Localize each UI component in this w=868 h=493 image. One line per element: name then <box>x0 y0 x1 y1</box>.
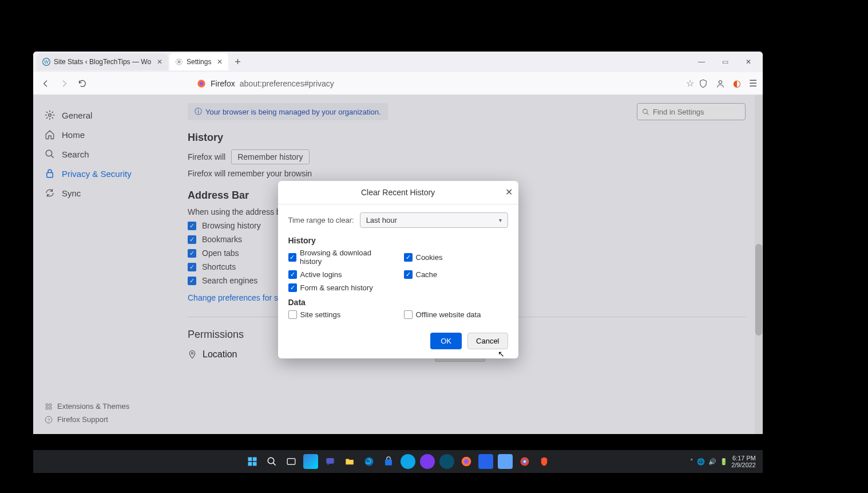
svg-point-2 <box>178 61 180 63</box>
time-range-dropdown[interactable]: Last hour ▾ <box>360 212 508 228</box>
svg-rect-14 <box>252 457 256 462</box>
close-icon[interactable]: ✕ <box>157 58 162 66</box>
checkbox-browsing-download[interactable]: ✓Browsing & download history <box>288 249 393 266</box>
wordpress-icon: W <box>42 58 50 66</box>
svg-rect-13 <box>248 457 252 462</box>
taskbar-chat-icon[interactable] <box>323 454 338 469</box>
tab-site-stats[interactable]: W Site Stats ‹ BlogTechTips — Wo ✕ <box>37 53 168 70</box>
svg-rect-16 <box>252 462 256 466</box>
taskbar-clock[interactable]: 6:17 PM 2/9/2022 <box>731 455 756 468</box>
firefox-icon <box>197 79 206 88</box>
taskbar-widgets-icon[interactable] <box>303 454 318 469</box>
address-bar[interactable]: Firefox about:preferences#privacy <box>94 79 681 88</box>
reload-button[interactable] <box>76 77 89 90</box>
svg-point-4 <box>200 81 204 85</box>
tray-network-icon[interactable]: 🌐 <box>697 458 705 466</box>
svg-point-23 <box>463 459 468 464</box>
svg-point-5 <box>719 80 722 83</box>
close-window-button[interactable]: ✕ <box>742 56 755 68</box>
time-range-label: Time range to clear: <box>288 216 354 224</box>
taskbar-taskview-icon[interactable] <box>284 454 299 469</box>
tray-chevron-icon[interactable]: ˄ <box>690 458 693 466</box>
shield-icon[interactable] <box>699 79 708 88</box>
extension-icon[interactable]: ◐ <box>733 78 741 89</box>
taskbar-search-icon[interactable] <box>264 454 279 469</box>
taskbar-alexa-icon[interactable] <box>439 454 454 469</box>
new-tab-button[interactable]: + <box>229 54 245 70</box>
start-button[interactable] <box>245 454 260 469</box>
account-icon[interactable] <box>716 79 725 88</box>
checkbox-form-search[interactable]: ✓Form & search history <box>288 283 393 292</box>
minimize-button[interactable]: — <box>695 56 708 68</box>
close-icon[interactable]: ✕ <box>217 58 223 66</box>
tab-label: Site Stats ‹ BlogTechTips — Wo <box>54 58 151 66</box>
taskbar-brave-icon[interactable] <box>537 454 552 469</box>
taskbar-explorer-icon[interactable] <box>342 454 357 469</box>
svg-rect-21 <box>385 459 392 466</box>
tab-settings[interactable]: Settings ✕ <box>169 53 228 70</box>
menu-button[interactable]: ☰ <box>749 78 757 89</box>
dialog-close-button[interactable]: ✕ <box>505 187 513 198</box>
checkbox-offline-data[interactable]: Offline website data <box>404 310 508 319</box>
taskbar-app-icon[interactable] <box>420 454 435 469</box>
bookmark-icon[interactable]: ☆ <box>686 78 694 89</box>
checkbox-site-settings[interactable]: Site settings <box>288 310 393 319</box>
ok-button[interactable]: OK <box>430 333 462 349</box>
cancel-button[interactable]: Cancel <box>467 333 508 349</box>
tray-battery-icon[interactable]: 🔋 <box>720 458 728 466</box>
back-button[interactable] <box>39 77 53 90</box>
svg-rect-18 <box>287 459 295 465</box>
taskbar-store-icon[interactable] <box>381 454 396 469</box>
taskbar-app-icon[interactable] <box>498 454 513 469</box>
windows-taskbar: ˄ 🌐 🔊 🔋 6:17 PM 2/9/2022 <box>33 450 763 473</box>
taskbar-app-icon[interactable] <box>478 454 493 469</box>
url-path: about:preferences#privacy <box>240 79 334 88</box>
taskbar-edge-icon[interactable] <box>362 454 376 469</box>
checkbox-cookies[interactable]: ✓Cookies <box>404 249 508 266</box>
dialog-data-section: Data <box>288 298 508 307</box>
taskbar-firefox-icon[interactable] <box>459 454 474 469</box>
tab-label: Settings <box>187 58 211 66</box>
svg-rect-19 <box>326 458 334 464</box>
url-brand: Firefox <box>211 79 235 88</box>
taskbar-chrome-icon[interactable] <box>517 454 532 469</box>
chevron-down-icon: ▾ <box>499 217 502 223</box>
svg-point-26 <box>524 460 526 463</box>
modal-overlay: Clear Recent History ✕ Time range to cle… <box>33 95 763 434</box>
svg-point-20 <box>364 457 373 466</box>
taskbar-app-icon[interactable] <box>401 454 415 469</box>
dialog-history-section: History <box>288 236 508 245</box>
checkbox-cache[interactable]: ✓Cache <box>404 270 508 279</box>
svg-text:W: W <box>44 60 49 65</box>
dialog-title: Clear Recent History <box>361 188 435 197</box>
checkbox-active-logins[interactable]: ✓Active logins <box>288 270 393 279</box>
gear-icon <box>175 58 183 66</box>
tray-volume-icon[interactable]: 🔊 <box>708 458 716 466</box>
svg-rect-15 <box>248 462 252 466</box>
maximize-button[interactable]: ▭ <box>719 56 732 68</box>
clear-history-dialog: Clear Recent History ✕ Time range to cle… <box>278 181 518 358</box>
forward-button[interactable] <box>57 77 71 90</box>
svg-point-17 <box>268 457 274 464</box>
